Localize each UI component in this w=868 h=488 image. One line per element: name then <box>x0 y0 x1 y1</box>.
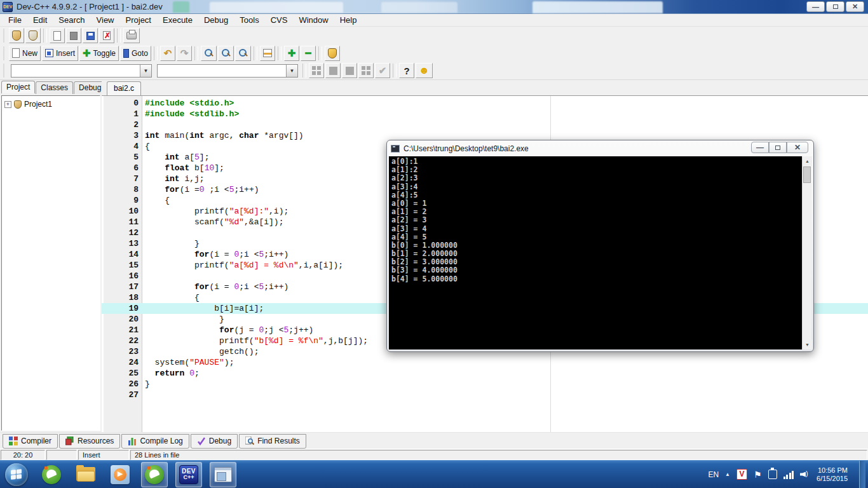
help-button[interactable]: ? <box>399 63 414 78</box>
menu-execute[interactable]: Execute <box>157 14 198 26</box>
report-tab-resources[interactable]: Resources <box>59 434 120 449</box>
run-button[interactable] <box>325 63 341 78</box>
menu-view[interactable]: View <box>91 14 120 26</box>
goto-line-button[interactable] <box>260 46 275 61</box>
redo-icon: ↷ <box>180 48 189 59</box>
show-desktop-button[interactable] <box>859 461 865 488</box>
titlebar: DEV Dev-C++ 4.9.9.2 - [ Project1 ] - bai… <box>0 0 868 14</box>
code-line-25[interactable]: 25 return 0; <box>102 368 868 379</box>
coccoc-icon <box>42 465 61 484</box>
menu-edit[interactable]: Edit <box>27 14 53 26</box>
report-tab-compile-log[interactable]: Compile Log <box>121 434 189 449</box>
scrollbar-thumb[interactable] <box>803 166 811 183</box>
print-button[interactable] <box>123 28 140 43</box>
sidebar-tab-classes[interactable]: Classes <box>36 81 73 94</box>
code-text: printf("b[%d] = %f\n",j,b[j]); <box>145 336 368 346</box>
taskbar-devcpp-active[interactable]: DEVC++ <box>175 462 202 487</box>
sidebar-tab-project[interactable]: Project <box>1 81 35 93</box>
start-button[interactable] <box>5 463 28 486</box>
code-line-0[interactable]: 0#include <stdio.h> <box>102 98 868 109</box>
goto-button[interactable]: Goto <box>120 46 151 61</box>
compile-run-button[interactable] <box>342 63 357 78</box>
rebuild-button[interactable] <box>358 63 374 78</box>
code-text: int i,j; <box>145 173 205 184</box>
language-indicator[interactable]: EN <box>708 470 719 479</box>
scroll-up-icon[interactable]: ▲ <box>803 156 812 166</box>
code-text: { <box>145 141 150 152</box>
insert-button[interactable]: Insert <box>42 46 78 61</box>
replace-button[interactable] <box>235 46 251 61</box>
taskbar-media-player[interactable] <box>107 462 133 487</box>
find-in-files-button[interactable] <box>218 46 234 61</box>
code-text: { <box>145 195 170 206</box>
project-tree-root[interactable]: + Project1 <box>2 96 100 109</box>
find-results-icon <box>245 437 254 445</box>
console-titlebar[interactable]: C:\Users\trung\Desktop\tet9\bai2.exe — ✕ <box>387 140 813 156</box>
taskbar-console-active[interactable] <box>210 462 236 487</box>
show-hidden-icons[interactable]: ▲ <box>725 471 730 477</box>
debug-run-button[interactable]: ✔ <box>375 63 390 78</box>
console-scrollbar[interactable]: ▲ ▼ <box>802 156 811 349</box>
editor-tab-bai2c[interactable]: bai2.c <box>107 81 141 95</box>
save-all-button[interactable] <box>83 28 98 43</box>
console-output-area[interactable]: a[0]:1a[1]:2a[2]:3a[3]:4a[4]:5a[0] = 1a[… <box>389 156 811 349</box>
redo-button[interactable]: ↷ <box>177 46 192 61</box>
open-button[interactable] <box>25 28 41 43</box>
compiler-target-combobox[interactable]: ▼ <box>11 64 152 78</box>
chevron-down-icon[interactable]: ▼ <box>140 65 151 77</box>
console-restore-button[interactable] <box>769 142 787 153</box>
code-line-27[interactable]: 27 <box>102 390 868 400</box>
volume-icon[interactable]: ) <box>800 470 810 479</box>
menu-window[interactable]: Window <box>293 14 334 26</box>
class-browser-combobox[interactable]: ▼ <box>157 64 298 78</box>
menu-help[interactable]: Help <box>334 14 363 26</box>
report-tab-debug[interactable]: Debug <box>191 434 238 449</box>
tray-clock[interactable]: 10:56 PM 6/15/2015 <box>817 466 853 483</box>
profile-button[interactable] <box>325 46 340 61</box>
scroll-down-icon[interactable]: ▼ <box>803 340 812 349</box>
code-line-26[interactable]: 26} <box>102 379 868 390</box>
vietkey-icon[interactable]: V <box>736 469 747 480</box>
close-button[interactable]: ✕ <box>846 1 864 12</box>
taskbar-coccoc-active[interactable] <box>141 462 168 487</box>
close-file-button[interactable] <box>99 28 114 43</box>
console-window[interactable]: C:\Users\trung\Desktop\tet9\bai2.exe — ✕… <box>386 140 814 352</box>
remove-watch-button[interactable]: ━ <box>301 46 316 61</box>
tree-expand-icon[interactable]: + <box>4 101 11 108</box>
new-project-button[interactable] <box>9 28 24 43</box>
console-close-button[interactable]: ✕ <box>787 142 808 153</box>
line-number: 15 <box>104 260 139 271</box>
menu-debug[interactable]: Debug <box>198 14 234 26</box>
code-line-24[interactable]: 24 system("PAUSE"); <box>102 357 868 368</box>
report-tab-compiler[interactable]: Compiler <box>3 434 58 449</box>
menu-project[interactable]: Project <box>120 14 157 26</box>
menu-tools[interactable]: Tools <box>234 14 264 26</box>
taskbar-windows-explorer[interactable] <box>72 462 99 487</box>
find-button[interactable] <box>201 46 217 61</box>
add-watch-button[interactable]: ✚ <box>284 46 299 61</box>
chevron-down-icon[interactable]: ▼ <box>286 65 297 77</box>
action-center-flag-icon[interactable]: ⚑ <box>754 470 762 480</box>
menu-search[interactable]: Search <box>53 14 90 26</box>
menubar: FileEditSearchViewProjectExecuteDebugToo… <box>0 14 868 27</box>
menu-cvs[interactable]: CVS <box>265 14 294 26</box>
report-tab-find-results[interactable]: Find Results <box>239 434 306 449</box>
taskbar-coccoc-browser[interactable] <box>38 462 65 487</box>
console-minimize-button[interactable]: — <box>751 142 769 153</box>
about-button[interactable]: ☻ <box>416 63 433 78</box>
code-line-2[interactable]: 2 <box>102 119 868 130</box>
menu-file[interactable]: File <box>3 14 27 26</box>
code-text: float b[10]; <box>145 163 224 173</box>
save-button[interactable] <box>66 28 81 43</box>
compile-button[interactable] <box>309 63 324 78</box>
insert-button-label: Insert <box>56 49 75 58</box>
code-line-1[interactable]: 1#include <stdlib.h> <box>102 109 868 119</box>
new-file-button[interactable] <box>50 28 65 43</box>
restore-button[interactable] <box>826 1 844 12</box>
network-signal-icon[interactable] <box>783 470 794 479</box>
safely-remove-icon[interactable] <box>768 470 777 479</box>
toggle-button[interactable]: ✚Toggle <box>79 46 119 61</box>
undo-button[interactable]: ↶ <box>160 46 175 61</box>
new-button[interactable]: New <box>9 46 41 61</box>
minimize-button[interactable]: — <box>806 1 825 12</box>
